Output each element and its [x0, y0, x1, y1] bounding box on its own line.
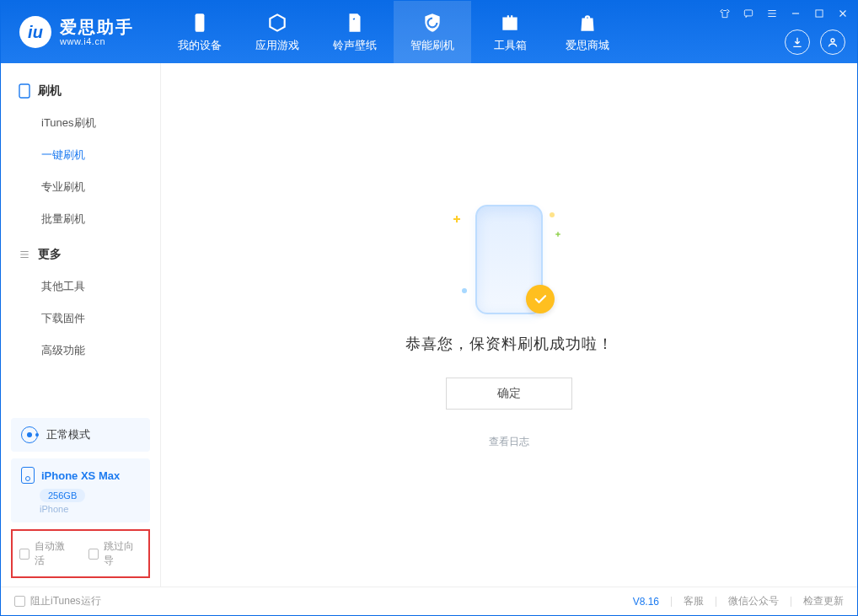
- status-mode-label: 正常模式: [46, 427, 90, 442]
- device-name: iPhone XS Max: [41, 469, 120, 482]
- nav-item-other-tools[interactable]: 其他工具: [1, 271, 160, 303]
- svg-rect-0: [196, 13, 205, 32]
- nav-section-flash: 刷机 iTunes刷机 一键刷机 专业刷机 批量刷机: [1, 75, 160, 238]
- phone-icon: [188, 11, 212, 35]
- sidebar-bottom: 正常模式 iPhone XS Max 256GB iPhone 自动激活: [1, 411, 160, 587]
- tab-label: 应用游戏: [255, 38, 299, 53]
- nav-section-more: 更多 其他工具 下载固件 高级功能: [1, 238, 160, 370]
- shield-sync-icon: [421, 11, 444, 35]
- cube-icon: [265, 11, 289, 35]
- music-file-icon: [343, 11, 367, 35]
- checkbox-box-icon: [14, 596, 25, 607]
- version-label: V8.16: [633, 596, 659, 608]
- svg-rect-2: [816, 10, 823, 17]
- separator: [671, 597, 672, 607]
- logo-icon: iu: [19, 16, 51, 48]
- svg-rect-1: [744, 10, 752, 16]
- tab-store[interactable]: 爱思商城: [549, 1, 626, 63]
- device-type: iPhone: [40, 504, 140, 514]
- tab-toolbox[interactable]: 工具箱: [471, 1, 549, 63]
- phone-outline-icon: [18, 84, 31, 98]
- tab-label: 工具箱: [494, 38, 527, 53]
- main-content: 恭喜您，保资料刷机成功啦！ 确定 查看日志: [161, 63, 857, 587]
- separator: [716, 597, 716, 607]
- dot-icon: [550, 212, 555, 217]
- app-subtitle: www.i4.cn: [60, 36, 134, 46]
- footer-link-update[interactable]: 检查更新: [803, 594, 844, 608]
- footer: 阻止iTunes运行 V8.16 客服 微信公众号 检查更新: [1, 587, 857, 615]
- sidebar: 刷机 iTunes刷机 一键刷机 专业刷机 批量刷机 更多 其他工具 下载固件 …: [1, 63, 161, 587]
- separator: [791, 597, 791, 607]
- checkbox-block-itunes[interactable]: 阻止iTunes运行: [14, 594, 101, 608]
- nav-header-label: 更多: [38, 247, 62, 262]
- maximize-icon[interactable]: [812, 6, 827, 21]
- body: 刷机 iTunes刷机 一键刷机 专业刷机 批量刷机 更多 其他工具 下载固件 …: [1, 63, 857, 587]
- shirt-icon[interactable]: [717, 6, 732, 21]
- checkbox-skip-guide[interactable]: 跳过向导: [88, 539, 142, 568]
- titlebar: iu 爱思助手 www.i4.cn 我的设备 应用游戏 铃声壁纸 智能刷机: [1, 1, 857, 63]
- sparkle-icon: [453, 216, 460, 222]
- checkbox-label: 阻止iTunes运行: [30, 594, 101, 608]
- feedback-icon[interactable]: [741, 6, 756, 21]
- menu-icon[interactable]: [764, 6, 780, 21]
- status-card[interactable]: 正常模式: [11, 418, 150, 452]
- success-check-icon: [526, 285, 555, 313]
- tab-apps-games[interactable]: 应用游戏: [239, 1, 316, 63]
- account-button[interactable]: [820, 29, 845, 55]
- titlebar-circle-buttons: [785, 29, 845, 55]
- tab-ringtone-wallpaper[interactable]: 铃声壁纸: [316, 1, 394, 63]
- svg-point-3: [831, 39, 834, 42]
- view-log-link[interactable]: 查看日志: [489, 435, 529, 449]
- ok-button[interactable]: 确定: [446, 378, 572, 410]
- checkbox-label: 跳过向导: [104, 539, 142, 568]
- close-icon[interactable]: [835, 6, 850, 21]
- nav-item-itunes-flash[interactable]: iTunes刷机: [1, 107, 160, 139]
- status-dot-icon: [21, 426, 38, 443]
- checkbox-box-icon: [19, 549, 29, 560]
- device-card[interactable]: iPhone XS Max 256GB iPhone: [11, 458, 150, 522]
- list-icon: [18, 248, 31, 261]
- minimize-icon[interactable]: [788, 6, 803, 21]
- checkbox-auto-activate[interactable]: 自动激活: [19, 539, 73, 568]
- tab-smart-flash[interactable]: 智能刷机: [394, 1, 471, 63]
- tab-label: 我的设备: [178, 38, 222, 53]
- logo-text: 爱思助手 www.i4.cn: [60, 18, 134, 46]
- nav-item-batch-flash[interactable]: 批量刷机: [1, 203, 160, 235]
- success-message: 恭喜您，保资料刷机成功啦！: [405, 334, 614, 354]
- nav-header-flash: 刷机: [1, 75, 160, 107]
- svg-rect-4: [19, 84, 29, 98]
- highlighted-checkbox-row: 自动激活 跳过向导: [11, 529, 150, 578]
- nav-item-oneclick-flash[interactable]: 一键刷机: [1, 139, 160, 171]
- tab-label: 爱思商城: [566, 38, 609, 53]
- sparkle-icon: [555, 232, 560, 237]
- tab-label: 智能刷机: [410, 38, 454, 53]
- tab-label: 铃声壁纸: [333, 38, 377, 53]
- success-illustration: [458, 201, 560, 319]
- nav-item-pro-flash[interactable]: 专业刷机: [1, 171, 160, 203]
- window-controls-row: [717, 6, 850, 21]
- app-window: iu 爱思助手 www.i4.cn 我的设备 应用游戏 铃声壁纸 智能刷机: [0, 0, 858, 616]
- download-button[interactable]: [785, 29, 810, 55]
- app-title: 爱思助手: [60, 18, 134, 36]
- nav-header-more: 更多: [1, 238, 160, 271]
- dot-icon: [462, 288, 467, 293]
- device-head: iPhone XS Max: [21, 467, 140, 484]
- tab-my-device[interactable]: 我的设备: [161, 1, 239, 63]
- logo-block: iu 爱思助手 www.i4.cn: [1, 16, 161, 48]
- checkbox-label: 自动激活: [35, 539, 72, 568]
- bag-icon: [576, 11, 599, 35]
- nav-item-advanced[interactable]: 高级功能: [1, 335, 160, 367]
- nav-item-download-firmware[interactable]: 下载固件: [1, 303, 160, 335]
- footer-right: V8.16 客服 微信公众号 检查更新: [633, 594, 844, 608]
- device-icon: [21, 467, 35, 484]
- footer-link-wechat[interactable]: 微信公众号: [728, 594, 779, 608]
- briefcase-icon: [498, 11, 522, 35]
- checkbox-box-icon: [88, 549, 99, 560]
- nav-header-label: 刷机: [38, 83, 62, 99]
- device-capacity-badge: 256GB: [40, 489, 85, 502]
- footer-link-support[interactable]: 客服: [684, 594, 704, 608]
- main-tabs: 我的设备 应用游戏 铃声壁纸 智能刷机 工具箱 爱思商城: [161, 1, 626, 63]
